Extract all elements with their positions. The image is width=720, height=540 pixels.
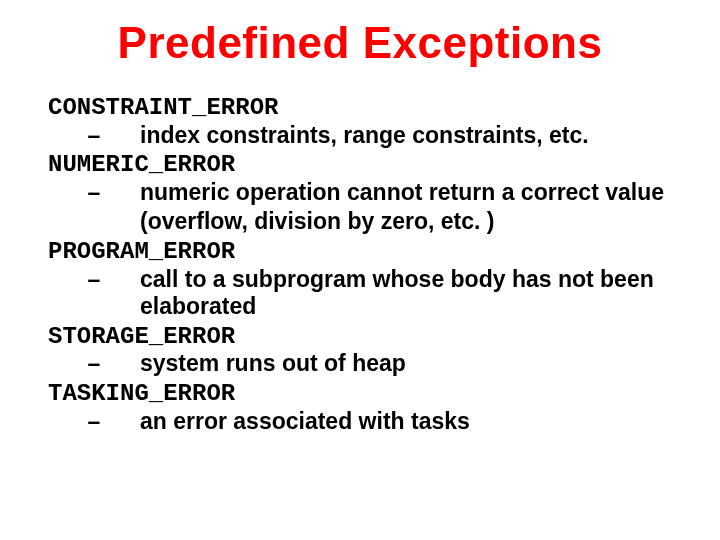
bullet-spacer (48, 208, 140, 236)
bullet-dash-icon: – (48, 266, 140, 321)
bullet-dash-icon: – (48, 179, 140, 207)
exception-desc: – an error associated with tasks (48, 408, 672, 436)
item-numeric-error: NUMERIC_ERROR – numeric operation cannot… (48, 151, 672, 236)
desc-text: an error associated with tasks (140, 408, 672, 436)
slide: Predefined Exceptions CONSTRAINT_ERROR –… (0, 0, 720, 540)
desc-text: numeric operation cannot return a correc… (140, 179, 672, 207)
exception-desc: – index constraints, range constraints, … (48, 122, 672, 150)
exception-name: TASKING_ERROR (48, 380, 672, 408)
exception-name: STORAGE_ERROR (48, 323, 672, 351)
exception-name: NUMERIC_ERROR (48, 151, 672, 179)
bullet-dash-icon: – (48, 350, 140, 378)
exception-desc-cont: (overflow, division by zero, etc. ) (48, 208, 672, 236)
desc-text: system runs out of heap (140, 350, 672, 378)
exception-desc: – numeric operation cannot return a corr… (48, 179, 672, 207)
exception-name: PROGRAM_ERROR (48, 238, 672, 266)
slide-title: Predefined Exceptions (48, 18, 672, 68)
item-tasking-error: TASKING_ERROR – an error associated with… (48, 380, 672, 435)
exception-desc: – call to a subprogram whose body has no… (48, 266, 672, 321)
item-program-error: PROGRAM_ERROR – call to a subprogram who… (48, 238, 672, 321)
bullet-dash-icon: – (48, 408, 140, 436)
exception-desc: – system runs out of heap (48, 350, 672, 378)
item-constraint-error: CONSTRAINT_ERROR – index constraints, ra… (48, 94, 672, 149)
exception-name: CONSTRAINT_ERROR (48, 94, 672, 122)
item-storage-error: STORAGE_ERROR – system runs out of heap (48, 323, 672, 378)
desc-text: index constraints, range constraints, et… (140, 122, 672, 150)
desc-text: call to a subprogram whose body has not … (140, 266, 672, 321)
desc-text: (overflow, division by zero, etc. ) (140, 208, 672, 236)
bullet-dash-icon: – (48, 122, 140, 150)
